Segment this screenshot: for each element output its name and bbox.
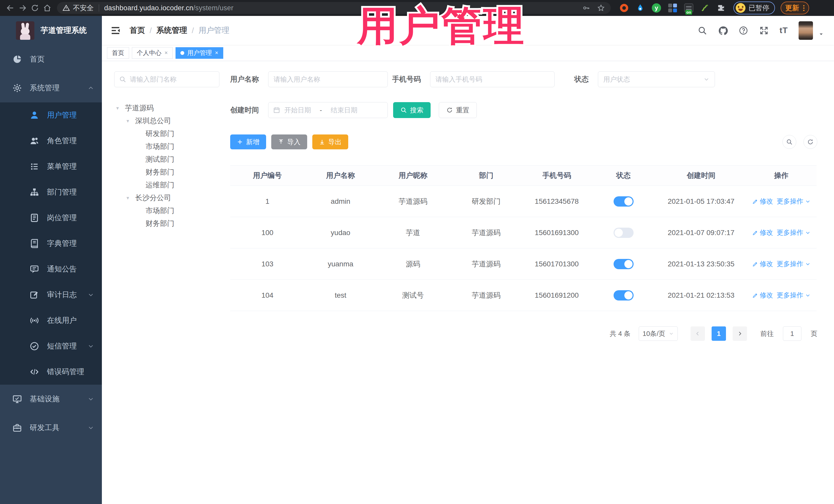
more-actions-link[interactable]: 更多操作: [777, 228, 811, 237]
next-page-button[interactable]: [733, 326, 747, 341]
password-key-icon[interactable]: [582, 4, 590, 12]
browser-update-chip[interactable]: 更新: [781, 2, 809, 14]
page-unit-label: 页: [811, 329, 817, 338]
browser-reload-button[interactable]: [29, 2, 41, 14]
tree-node-label: 芋道源码: [125, 103, 154, 113]
create-time-range-picker[interactable]: 开始日期 - 结束日期: [268, 102, 388, 118]
current-page-button[interactable]: 1: [711, 326, 726, 341]
tree-node-9[interactable]: 财务部门: [114, 217, 219, 230]
more-actions-link[interactable]: 更多操作: [777, 259, 811, 268]
sidebar-item-5[interactable]: 部门管理: [0, 179, 102, 205]
url-text[interactable]: dashboard.yudao.iocoder.cn/system/user: [104, 4, 234, 12]
breadcrumb-home[interactable]: 首页: [130, 25, 145, 36]
extension-snake-icon[interactable]: [700, 3, 709, 13]
sidebar-item-0[interactable]: 首页: [0, 45, 102, 74]
edit-link[interactable]: 修改: [752, 197, 773, 206]
username-input[interactable]: [268, 71, 388, 87]
caret-down-icon[interactable]: ▾: [127, 195, 135, 201]
extension-grid-icon[interactable]: [668, 3, 677, 13]
add-button[interactable]: 新增: [230, 134, 266, 149]
user-id-cell: 103: [230, 260, 305, 268]
status-toggle[interactable]: [614, 290, 634, 301]
extension-yudao-icon[interactable]: y: [652, 3, 661, 13]
sidebar-item-12[interactable]: 错误码管理: [0, 359, 102, 385]
sidebar-item-2[interactable]: 用户管理: [0, 103, 102, 128]
dept-search-input[interactable]: 请输入部门名称: [114, 71, 219, 87]
sidebar-item-3[interactable]: 角色管理: [0, 128, 102, 154]
extension-ubuntu-icon[interactable]: [619, 3, 629, 13]
more-actions-link[interactable]: 更多操作: [777, 291, 811, 300]
tab-close-icon[interactable]: ×: [164, 50, 168, 56]
avatar-caret-icon[interactable]: [819, 31, 824, 37]
extension-tampermonkey-icon[interactable]: on: [684, 3, 694, 13]
caret-down-icon[interactable]: ▾: [116, 105, 125, 111]
edit-link[interactable]: 修改: [752, 291, 773, 300]
sidebar-item-1[interactable]: 系统管理: [0, 74, 102, 103]
security-warning[interactable]: 不安全: [63, 3, 94, 13]
hamburger-icon[interactable]: [110, 25, 121, 36]
edit-link[interactable]: 修改: [752, 259, 773, 268]
browser-menu-dots-icon[interactable]: [803, 5, 805, 11]
github-icon[interactable]: [718, 26, 728, 36]
column-header: 用户编号: [230, 171, 305, 180]
sidebar-item-9[interactable]: 审计日志: [0, 282, 102, 308]
search-button[interactable]: 搜索: [393, 102, 431, 118]
toggle-search-panel-button[interactable]: [783, 135, 796, 149]
dept-cell: 芋道源码: [449, 259, 523, 269]
status-toggle[interactable]: [614, 227, 634, 238]
import-button[interactable]: 导入: [271, 134, 307, 149]
refresh-table-button[interactable]: [804, 135, 817, 149]
prev-page-button[interactable]: [690, 326, 705, 341]
font-size-icon[interactable]: tT: [780, 26, 788, 35]
breadcrumb-system[interactable]: 系统管理: [156, 25, 187, 36]
edit-link[interactable]: 修改: [752, 228, 773, 237]
help-icon[interactable]: [739, 26, 748, 36]
more-actions-link[interactable]: 更多操作: [777, 197, 811, 206]
reset-button[interactable]: 重置: [439, 102, 477, 118]
page-size-select[interactable]: 10条/页: [639, 326, 678, 341]
status-toggle[interactable]: [614, 196, 634, 206]
sidebar-item-4[interactable]: 菜单管理: [0, 154, 102, 179]
status-select[interactable]: 用户状态: [598, 71, 715, 87]
goto-page-input[interactable]: [783, 326, 802, 341]
app-logo[interactable]: 芋道管理系统: [0, 16, 102, 45]
tab-0[interactable]: 首页: [107, 47, 129, 59]
sidebar-item-8[interactable]: 通知公告: [0, 256, 102, 282]
tree-node-0[interactable]: ▾芋道源码: [114, 102, 219, 114]
tree-node-5[interactable]: 财务部门: [114, 166, 219, 179]
sidebar-item-7[interactable]: 字典管理: [0, 231, 102, 256]
browser-back-button[interactable]: [4, 2, 17, 14]
export-button[interactable]: 导出: [312, 134, 348, 149]
chevron-down-icon: [703, 76, 709, 82]
sidebar-item-6[interactable]: 岗位管理: [0, 205, 102, 231]
badge-icon: [29, 213, 39, 223]
tree-node-2[interactable]: 研发部门: [114, 127, 219, 140]
status-toggle[interactable]: [614, 259, 634, 269]
user-avatar[interactable]: [798, 21, 813, 40]
tab-1[interactable]: 个人中心×: [132, 47, 173, 59]
tree-node-3[interactable]: 市场部门: [114, 140, 219, 153]
sidebar-item-14[interactable]: 研发工具: [0, 413, 102, 442]
created-time-cell: 2021-01-21 02:13:53: [656, 291, 746, 300]
browser-forward-button[interactable]: [17, 2, 29, 14]
tree-node-8[interactable]: 市场部门: [114, 204, 219, 217]
extension-pin-icon[interactable]: [636, 3, 645, 13]
tree-node-1[interactable]: ▾深圳总公司: [114, 114, 219, 127]
sidebar-item-10[interactable]: 在线用户: [0, 308, 102, 333]
mobile-input[interactable]: [430, 71, 554, 87]
tree-node-7[interactable]: ▾长沙分公司: [114, 192, 219, 204]
tab-2[interactable]: 用户管理×: [176, 47, 223, 59]
address-bar[interactable]: 不安全 dashboard.yudao.iocoder.cn/system/us…: [57, 2, 611, 14]
bookmark-star-icon[interactable]: [597, 4, 605, 12]
sidebar-item-13[interactable]: 基础设施: [0, 385, 102, 413]
tab-close-icon[interactable]: ×: [215, 50, 218, 56]
header-search-icon[interactable]: [698, 26, 707, 36]
tree-node-6[interactable]: 运维部门: [114, 179, 219, 192]
caret-down-icon[interactable]: ▾: [127, 118, 135, 124]
browser-home-button[interactable]: [41, 2, 53, 14]
extension-puzzle-icon[interactable]: [717, 3, 726, 13]
tree-node-4[interactable]: 测试部门: [114, 153, 219, 166]
fullscreen-icon[interactable]: [759, 26, 769, 36]
browser-profile-chip[interactable]: 已暂停: [733, 2, 775, 14]
sidebar-item-11[interactable]: 短信管理: [0, 333, 102, 359]
